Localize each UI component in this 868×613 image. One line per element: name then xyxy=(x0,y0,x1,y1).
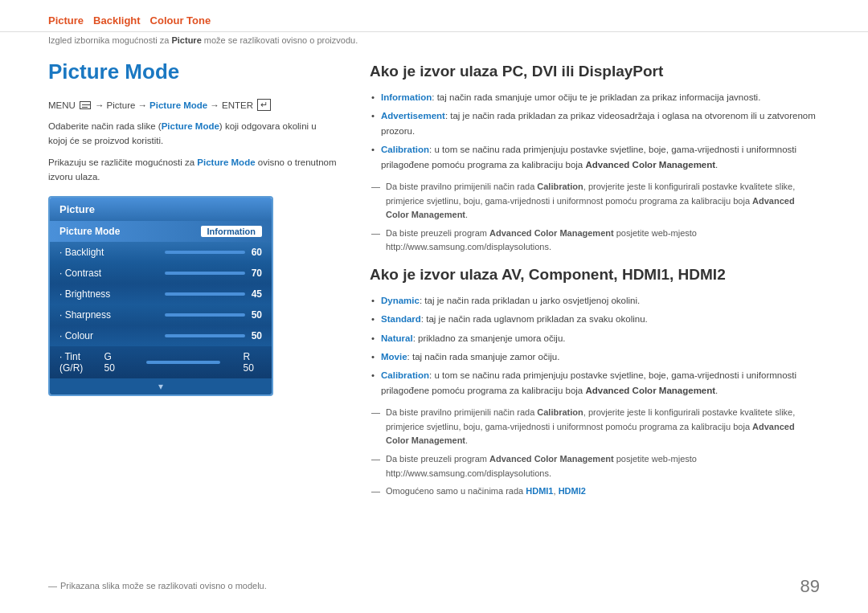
bullet-movie: Movie: taj način rada smanjuje zamor oči… xyxy=(370,349,820,364)
term-movie-text: : taj način rada smanjuje zamor očiju. xyxy=(407,352,560,362)
widget-selected-row[interactable]: Picture Mode Information xyxy=(50,221,272,242)
nav-item-picture[interactable]: Picture xyxy=(48,14,84,27)
sub-note-highlight: Picture xyxy=(171,35,201,45)
menu-path-picture-mode: Picture Mode xyxy=(149,100,207,110)
widget-row-contrast[interactable]: · Contrast 70 xyxy=(50,263,272,284)
widget-scroll-down[interactable] xyxy=(50,378,272,394)
term-standard-text: : taj je način rada uglavnom prikladan z… xyxy=(421,314,648,324)
widget-row-backlight[interactable]: · Backlight 60 xyxy=(50,242,272,263)
colour-label: · Colour xyxy=(59,330,93,341)
note-dash-download1: Da biste preuzeli program Advanced Color… xyxy=(370,227,820,255)
main-content: Picture Mode MENU → Picture → Picture Mo… xyxy=(0,51,868,613)
tint-g-value: G 50 xyxy=(104,351,124,374)
term-natural-text: : prikladno za smanjenje umora očiju. xyxy=(413,333,566,343)
term-advertisement: Advertisement xyxy=(381,111,445,121)
nav-item-colourtone[interactable]: Colour Tone xyxy=(150,14,211,27)
left-column: Picture Mode MENU → Picture → Picture Mo… xyxy=(48,59,338,597)
section-title-left: Picture Mode xyxy=(48,59,338,84)
term-dynamic: Dynamic xyxy=(381,296,420,305)
right-column: Ako je izvor ulaza PC, DVI ili DisplayPo… xyxy=(370,59,820,597)
backlight-label: · Backlight xyxy=(59,247,104,258)
colour-value: 50 xyxy=(252,330,262,341)
term-standard: Standard xyxy=(381,314,421,324)
bullet-calibration2: Calibration: u tom se načinu rada primje… xyxy=(370,368,820,398)
bullet-standard: Standard: taj je način rada uglavnom pri… xyxy=(370,312,820,326)
section2-bullet-list: Dynamic: taj je način rada prikladan u j… xyxy=(370,293,820,398)
term-calibration2: Calibration xyxy=(381,370,429,380)
backlight-value: 60 xyxy=(252,247,262,258)
desc1-highlight: Picture Mode xyxy=(162,121,219,131)
desc-text-2: Prikazuju se različite mogućnosti za Pic… xyxy=(48,155,338,185)
nav-item-backlight[interactable]: Backlight xyxy=(93,14,141,27)
bullet-natural: Natural: prikladno za smanjenje umora oč… xyxy=(370,331,820,345)
bullet-calibration1: Calibration: u tom se načinu rada primje… xyxy=(370,142,820,172)
menu-path-arrow1: → Picture → xyxy=(95,100,147,110)
bullet-advertisement: Advertisement: taj je način rada priklad… xyxy=(370,108,820,138)
note-dash-download2: Da biste preuzeli program Advanced Color… xyxy=(370,452,820,480)
info-badge: Information xyxy=(201,226,263,237)
brightness-label: · Brightness xyxy=(59,288,110,300)
page-container: Picture Backlight Colour Tone Izgled izb… xyxy=(0,0,868,613)
tint-r-value: R 50 xyxy=(243,351,262,374)
picture-widget: Picture Picture Mode Information · Backl… xyxy=(48,196,273,396)
widget-row-brightness[interactable]: · Brightness 45 xyxy=(50,284,272,304)
desc-text-1: Odaberite način rada slike (Picture Mode… xyxy=(48,119,338,149)
sharpness-slider xyxy=(165,313,245,317)
contrast-value: 70 xyxy=(252,268,262,279)
colour-slider xyxy=(165,334,245,337)
widget-row-sharpness[interactable]: · Sharpness 50 xyxy=(50,304,272,325)
sharpness-label: · Sharpness xyxy=(59,309,111,321)
term-natural: Natural xyxy=(381,333,413,343)
note-dash-calibration1: Da biste pravilno primijenili način rada… xyxy=(370,180,820,223)
contrast-slider xyxy=(165,272,245,275)
term-calibration1-text: : u tom se načinu rada primjenjuju posta… xyxy=(381,145,796,169)
widget-row-tint[interactable]: · Tint (G/R) G 50 R 50 xyxy=(50,346,272,378)
menu-path-arrow2: → ENTER xyxy=(210,100,253,110)
sub-note-prefix: Izgled izbornika mogućnosti za xyxy=(48,35,171,45)
bullet-dynamic: Dynamic: taj je način rada prikladan u j… xyxy=(370,293,820,308)
page-number: 89 xyxy=(800,576,820,597)
section1-heading: Ako je izvor ulaza PC, DVI ili DisplayPo… xyxy=(370,63,820,80)
term-calibration2-text: : u tom se načinu rada primjenjuju posta… xyxy=(381,370,796,394)
brightness-slider xyxy=(165,292,245,296)
term-information-text: : taj način rada smanjuje umor očiju te … xyxy=(432,92,760,102)
desc2-highlight: Picture Mode xyxy=(197,157,255,167)
widget-row-colour[interactable]: · Colour 50 xyxy=(50,325,272,346)
section1-bullet-list: Information: taj način rada smanjuje umo… xyxy=(370,90,820,172)
sub-note-suffix: može se razlikovati ovisno o proizvodu. xyxy=(202,35,358,45)
backlight-slider xyxy=(165,251,245,254)
menu-icon xyxy=(80,101,91,109)
top-nav: Picture Backlight Colour Tone xyxy=(0,0,868,32)
footer-note: Prikazana slika može se razlikovati ovis… xyxy=(48,581,267,591)
section2-heading: Ako je izvor ulaza AV, Component, HDMI1,… xyxy=(370,266,820,284)
widget-header: Picture xyxy=(50,198,272,221)
sharpness-value: 50 xyxy=(252,309,262,321)
menu-path-text: MENU xyxy=(48,100,76,110)
contrast-label: · Contrast xyxy=(59,268,101,279)
tint-slider xyxy=(146,361,221,364)
menu-path: MENU → Picture → Picture Mode → ENTER ↵ xyxy=(48,99,338,111)
tint-label: · Tint (G/R) xyxy=(59,351,104,374)
term-movie: Movie xyxy=(381,352,407,362)
term-advertisement-text: : taj je način rada prikladan za prikaz … xyxy=(381,111,816,135)
enter-icon: ↵ xyxy=(257,99,271,111)
bullet-information: Information: taj način rada smanjuje umo… xyxy=(370,90,820,104)
term-information: Information xyxy=(381,92,432,102)
desc2-prefix: Prikazuju se različite mogućnosti za xyxy=(48,157,197,167)
sub-note: Izgled izbornika mogućnosti za Picture m… xyxy=(0,32,868,51)
note-dash-hdmi: Omogućeno samo u načinima rada HDMI1, HD… xyxy=(370,484,820,499)
desc1-prefix: Odaberite način rada slike ( xyxy=(48,121,162,131)
term-dynamic-text: : taj je način rada prikladan u jarko os… xyxy=(420,296,640,305)
note-dash-calibration2: Da biste pravilno primijenili način rada… xyxy=(370,406,820,448)
selected-row-label: Picture Mode xyxy=(59,226,120,237)
brightness-value: 45 xyxy=(252,288,262,300)
term-calibration1: Calibration xyxy=(381,145,429,154)
